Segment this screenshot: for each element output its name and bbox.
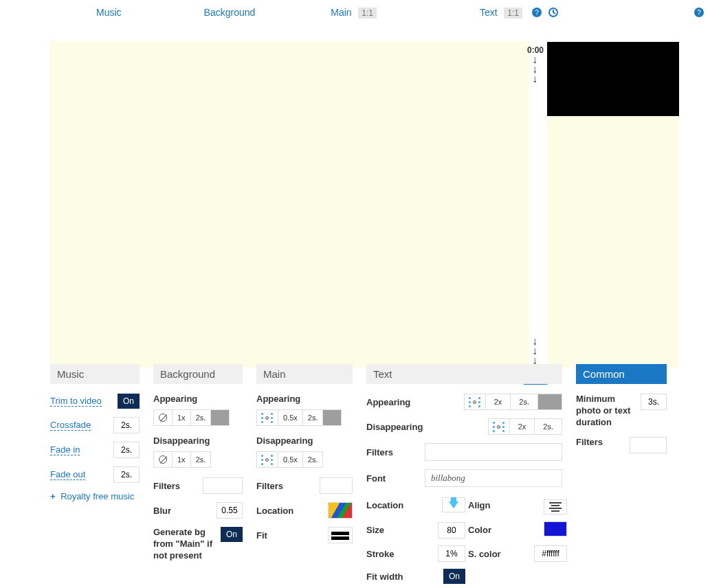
tab-text[interactable]: Text [480,7,498,18]
panel-heading-common: Common [576,364,667,384]
tab-main[interactable]: Main [331,7,351,18]
panel-text: Text Appearing 2x 2s. Disappearing 2x 2s… [366,364,562,385]
panel-main: Main Appearing 0.5x 2s. Disappearing 0.5… [256,364,353,385]
arrow-down-icon: ↓ [532,74,537,84]
panel-common: Common Minimum photo or text duration Fi… [576,364,667,385]
panel-heading-main: Main [256,364,353,384]
help-icon-right[interactable]: ? [694,7,705,18]
canvas-area[interactable] [50,41,529,368]
tab-background[interactable]: Background [204,7,256,18]
clock-icon[interactable] [548,7,559,18]
ratio-badge-text[interactable]: 1:1 [504,8,522,19]
preview-area[interactable] [547,116,679,368]
panel-heading-text: Text [366,364,562,384]
tab-music[interactable]: Music [96,7,122,18]
ratio-badge-main[interactable]: 1:1 [358,8,377,19]
svg-text:?: ? [697,9,701,16]
panel-heading-music: Music [50,364,140,384]
panel-heading-background: Background [153,364,243,384]
panel-music: Music Trim to video On Crossfade Fade in… [50,364,140,385]
insert-arrows-top[interactable]: ↓ ↓ ↓ [532,55,537,84]
svg-text:?: ? [535,9,539,16]
video-preview[interactable] [547,42,679,116]
panel-background: Background Appearing 1x 2s. Disappearing… [153,364,243,385]
help-icon[interactable]: ? [531,7,542,18]
insert-arrows-bottom[interactable]: ↓ ↓ ↓ [532,337,537,365]
